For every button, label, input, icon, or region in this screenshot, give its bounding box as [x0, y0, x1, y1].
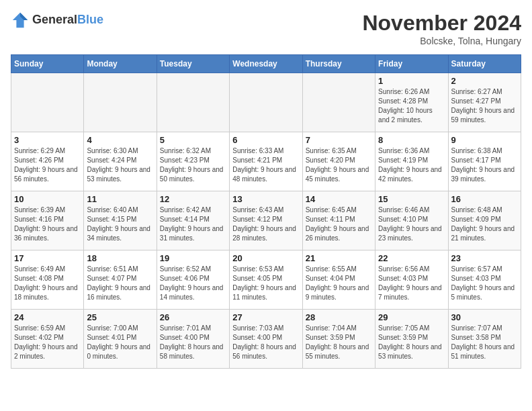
weekday-header-cell: Sunday: [11, 55, 84, 73]
calendar-cell: 8Sunrise: 6:36 AM Sunset: 4:19 PM Daylig…: [375, 132, 448, 191]
calendar-cell: 7Sunrise: 6:35 AM Sunset: 4:20 PM Daylig…: [302, 132, 375, 191]
day-number: 21: [306, 253, 372, 263]
day-info: Sunrise: 6:49 AM Sunset: 4:08 PM Dayligh…: [14, 265, 81, 302]
calendar-cell: 12Sunrise: 6:42 AM Sunset: 4:14 PM Dayli…: [157, 191, 229, 250]
logo-text: GeneralBlue: [32, 13, 103, 27]
day-number: 10: [14, 194, 81, 204]
day-number: 18: [87, 253, 153, 263]
calendar-cell: [11, 73, 84, 132]
calendar-cell: 10Sunrise: 6:39 AM Sunset: 4:16 PM Dayli…: [11, 191, 84, 250]
calendar-week-row: 3Sunrise: 6:29 AM Sunset: 4:26 PM Daylig…: [11, 132, 521, 191]
day-info: Sunrise: 7:00 AM Sunset: 4:01 PM Dayligh…: [87, 324, 153, 361]
calendar-cell: 6Sunrise: 6:33 AM Sunset: 4:21 PM Daylig…: [230, 132, 302, 191]
day-number: 3: [14, 135, 81, 145]
day-info: Sunrise: 7:03 AM Sunset: 4:00 PM Dayligh…: [232, 324, 299, 361]
day-number: 11: [87, 194, 153, 204]
day-number: 4: [87, 135, 153, 145]
day-info: Sunrise: 6:40 AM Sunset: 4:15 PM Dayligh…: [87, 205, 153, 243]
day-number: 30: [451, 312, 518, 322]
calendar-cell: 4Sunrise: 6:30 AM Sunset: 4:24 PM Daylig…: [84, 132, 157, 191]
calendar-cell: 30Sunrise: 7:07 AM Sunset: 3:58 PM Dayli…: [448, 310, 521, 369]
calendar-week-row: 24Sunrise: 6:59 AM Sunset: 4:02 PM Dayli…: [11, 310, 521, 369]
day-number: 9: [451, 135, 518, 145]
day-number: 7: [306, 135, 372, 145]
day-info: Sunrise: 6:51 AM Sunset: 4:07 PM Dayligh…: [87, 265, 153, 302]
calendar-cell: 1Sunrise: 6:26 AM Sunset: 4:28 PM Daylig…: [375, 73, 448, 132]
logo: GeneralBlue: [11, 11, 103, 30]
day-info: Sunrise: 6:57 AM Sunset: 4:03 PM Dayligh…: [451, 265, 518, 302]
day-number: 26: [160, 312, 226, 322]
day-info: Sunrise: 6:53 AM Sunset: 4:05 PM Dayligh…: [232, 265, 299, 302]
day-info: Sunrise: 6:55 AM Sunset: 4:04 PM Dayligh…: [306, 265, 372, 302]
calendar-cell: 5Sunrise: 6:32 AM Sunset: 4:23 PM Daylig…: [157, 132, 229, 191]
page-header: GeneralBlue November 2024 Bolcske, Tolna…: [11, 11, 521, 46]
logo-icon: [11, 11, 30, 30]
title-block: November 2024 Bolcske, Tolna, Hungary: [362, 11, 521, 46]
calendar-cell: 21Sunrise: 6:55 AM Sunset: 4:04 PM Dayli…: [302, 250, 375, 310]
calendar-week-row: 10Sunrise: 6:39 AM Sunset: 4:16 PM Dayli…: [11, 191, 521, 250]
calendar-cell: 15Sunrise: 6:46 AM Sunset: 4:10 PM Dayli…: [375, 191, 448, 250]
calendar-cell: 23Sunrise: 6:57 AM Sunset: 4:03 PM Dayli…: [448, 250, 521, 310]
calendar-cell: [84, 73, 157, 132]
location-subtitle: Bolcske, Tolna, Hungary: [362, 36, 521, 46]
calendar-cell: 22Sunrise: 6:56 AM Sunset: 4:03 PM Dayli…: [375, 250, 448, 310]
day-number: 22: [378, 253, 445, 263]
calendar-cell: 24Sunrise: 6:59 AM Sunset: 4:02 PM Dayli…: [11, 310, 84, 369]
day-info: Sunrise: 7:07 AM Sunset: 3:58 PM Dayligh…: [451, 324, 518, 361]
day-number: 12: [160, 194, 226, 204]
calendar-cell: 14Sunrise: 6:45 AM Sunset: 4:11 PM Dayli…: [302, 191, 375, 250]
weekday-header-cell: Thursday: [302, 55, 375, 73]
day-info: Sunrise: 7:01 AM Sunset: 4:00 PM Dayligh…: [160, 324, 226, 361]
day-number: 6: [232, 135, 299, 145]
day-number: 1: [378, 76, 445, 86]
day-info: Sunrise: 6:42 AM Sunset: 4:14 PM Dayligh…: [160, 205, 226, 243]
calendar-cell: 13Sunrise: 6:43 AM Sunset: 4:12 PM Dayli…: [230, 191, 302, 250]
day-info: Sunrise: 6:56 AM Sunset: 4:03 PM Dayligh…: [378, 265, 445, 302]
day-number: 2: [451, 76, 518, 86]
calendar-cell: 20Sunrise: 6:53 AM Sunset: 4:05 PM Dayli…: [230, 250, 302, 310]
calendar-cell: 28Sunrise: 7:04 AM Sunset: 3:59 PM Dayli…: [302, 310, 375, 369]
calendar-cell: [230, 73, 302, 132]
calendar-cell: 27Sunrise: 7:03 AM Sunset: 4:00 PM Dayli…: [230, 310, 302, 369]
calendar-cell: 16Sunrise: 6:48 AM Sunset: 4:09 PM Dayli…: [448, 191, 521, 250]
day-number: 24: [14, 312, 81, 322]
day-info: Sunrise: 6:30 AM Sunset: 4:24 PM Dayligh…: [87, 146, 153, 184]
calendar-cell: 9Sunrise: 6:38 AM Sunset: 4:17 PM Daylig…: [448, 132, 521, 191]
day-number: 5: [160, 135, 226, 145]
calendar-cell: 11Sunrise: 6:40 AM Sunset: 4:15 PM Dayli…: [84, 191, 157, 250]
day-info: Sunrise: 6:27 AM Sunset: 4:27 PM Dayligh…: [451, 87, 518, 125]
weekday-header-cell: Wednesday: [230, 55, 302, 73]
day-info: Sunrise: 6:33 AM Sunset: 4:21 PM Dayligh…: [232, 146, 299, 184]
calendar-cell: 29Sunrise: 7:05 AM Sunset: 3:59 PM Dayli…: [375, 310, 448, 369]
weekday-header-row: SundayMondayTuesdayWednesdayThursdayFrid…: [11, 55, 521, 73]
day-number: 8: [378, 135, 445, 145]
calendar-header: SundayMondayTuesdayWednesdayThursdayFrid…: [11, 55, 521, 73]
day-number: 16: [451, 194, 518, 204]
day-number: 17: [14, 253, 81, 263]
calendar-week-row: 1Sunrise: 6:26 AM Sunset: 4:28 PM Daylig…: [11, 73, 521, 132]
day-number: 13: [232, 194, 299, 204]
day-number: 29: [378, 312, 445, 322]
day-info: Sunrise: 6:32 AM Sunset: 4:23 PM Dayligh…: [160, 146, 226, 184]
day-number: 28: [306, 312, 372, 322]
day-info: Sunrise: 6:43 AM Sunset: 4:12 PM Dayligh…: [232, 205, 299, 243]
day-info: Sunrise: 6:36 AM Sunset: 4:19 PM Dayligh…: [378, 146, 445, 184]
day-info: Sunrise: 6:35 AM Sunset: 4:20 PM Dayligh…: [306, 146, 372, 184]
calendar-week-row: 17Sunrise: 6:49 AM Sunset: 4:08 PM Dayli…: [11, 250, 521, 310]
day-number: 23: [451, 253, 518, 263]
day-number: 20: [232, 253, 299, 263]
day-number: 27: [232, 312, 299, 322]
calendar-cell: 25Sunrise: 7:00 AM Sunset: 4:01 PM Dayli…: [84, 310, 157, 369]
calendar-table: SundayMondayTuesdayWednesdayThursdayFrid…: [11, 54, 521, 369]
day-info: Sunrise: 6:48 AM Sunset: 4:09 PM Dayligh…: [451, 205, 518, 243]
calendar-cell: 18Sunrise: 6:51 AM Sunset: 4:07 PM Dayli…: [84, 250, 157, 310]
calendar-body: 1Sunrise: 6:26 AM Sunset: 4:28 PM Daylig…: [11, 73, 521, 369]
weekday-header-cell: Monday: [84, 55, 157, 73]
day-info: Sunrise: 6:52 AM Sunset: 4:06 PM Dayligh…: [160, 265, 226, 302]
weekday-header-cell: Saturday: [448, 55, 521, 73]
weekday-header-cell: Friday: [375, 55, 448, 73]
day-info: Sunrise: 7:04 AM Sunset: 3:59 PM Dayligh…: [306, 324, 372, 361]
calendar-cell: 3Sunrise: 6:29 AM Sunset: 4:26 PM Daylig…: [11, 132, 84, 191]
day-info: Sunrise: 6:26 AM Sunset: 4:28 PM Dayligh…: [378, 87, 445, 125]
day-info: Sunrise: 7:05 AM Sunset: 3:59 PM Dayligh…: [378, 324, 445, 361]
